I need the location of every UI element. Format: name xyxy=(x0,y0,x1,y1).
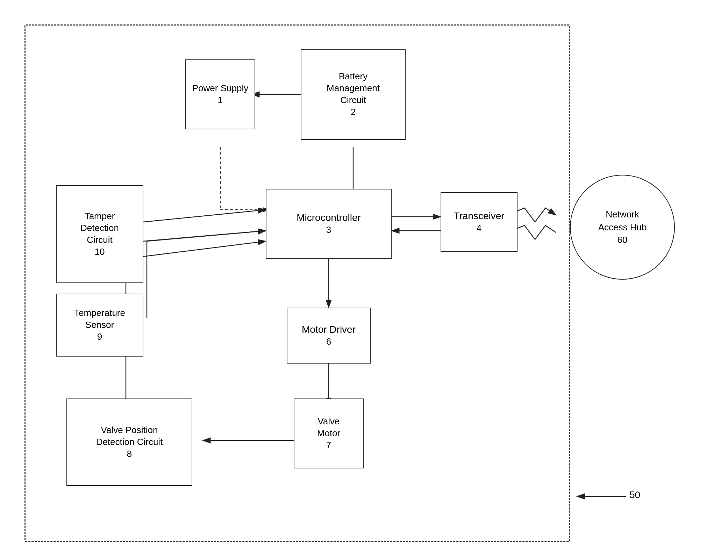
label-50: 50 xyxy=(629,489,640,501)
temperature-sensor-block: TemperatureSensor 9 xyxy=(56,294,143,357)
diagram-container: Power Supply 1 BatteryManagementCircuit … xyxy=(14,14,714,546)
transceiver-block: Transceiver 4 xyxy=(441,192,518,252)
network-access-hub-block: NetworkAccess Hub 60 xyxy=(570,175,675,280)
motor-driver-block: Motor Driver 6 xyxy=(287,308,371,364)
valve-position-block: Valve PositionDetection Circuit 8 xyxy=(66,399,192,486)
power-supply-block: Power Supply 1 xyxy=(185,59,255,129)
battery-management-block: BatteryManagementCircuit 2 xyxy=(301,49,406,140)
valve-motor-block: ValveMotor 7 xyxy=(294,399,364,468)
tamper-detection-block: TamperDetectionCircuit 10 xyxy=(56,185,143,283)
microcontroller-block: Microcontroller 3 xyxy=(266,189,392,259)
